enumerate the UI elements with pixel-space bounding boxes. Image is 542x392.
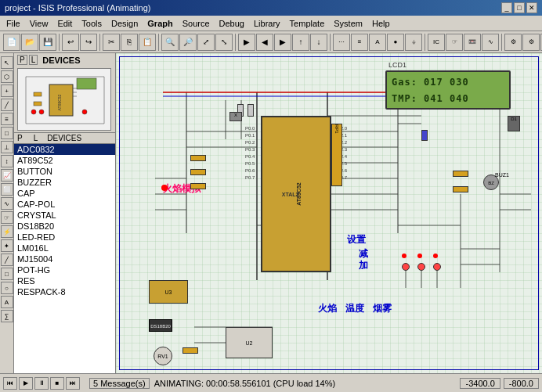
device-respack-8[interactable]: RESPACK-8 xyxy=(14,286,115,297)
device-buzzer[interactable]: BUZZER xyxy=(14,177,115,188)
btn-rewind[interactable]: ⏮ xyxy=(3,377,17,390)
tb-paste[interactable]: 📋 xyxy=(139,34,156,51)
schematic-canvas[interactable]: LCD1 Gas: 017 030 TMP: 041 040 XTAL2 AT8… xyxy=(116,53,542,373)
device-cap[interactable]: CAP xyxy=(14,188,115,199)
tool-component[interactable]: ⬡ xyxy=(1,70,13,83)
maximize-btn[interactable]: □ xyxy=(514,2,525,13)
menu-file[interactable]: File xyxy=(2,17,25,30)
tb-prop1[interactable]: ⚙ xyxy=(504,34,522,51)
tb-prop2[interactable]: ⚙ xyxy=(522,34,540,51)
tool-2d-circle[interactable]: ○ xyxy=(1,282,13,294)
res-r5 xyxy=(453,186,468,192)
tool-symbol[interactable]: ∑ xyxy=(1,310,13,322)
tb-zoom-area[interactable]: ⤡ xyxy=(215,34,233,51)
menu-system[interactable]: System xyxy=(329,17,367,30)
tb-zoom-in[interactable]: 🔍 xyxy=(161,34,179,51)
tb-step-back[interactable]: ◀ xyxy=(256,34,273,51)
btn-stop[interactable]: ■ xyxy=(50,377,64,390)
device-adc0832[interactable]: ADC0832 xyxy=(14,144,115,155)
btn-pause[interactable]: ⏸ xyxy=(34,377,49,390)
tb-save[interactable]: 💾 xyxy=(39,34,56,51)
tb-power[interactable]: ⏚ xyxy=(405,34,422,51)
btn-step[interactable]: ⏭ xyxy=(66,377,80,390)
menu-template[interactable]: Template xyxy=(285,17,330,30)
menu-view[interactable]: View xyxy=(25,17,53,30)
tb-gen[interactable]: ∿ xyxy=(482,34,499,51)
tool-marker[interactable]: ✦ xyxy=(1,239,13,252)
tb-step-fwd[interactable]: ▶ xyxy=(274,34,291,51)
tb-pan-up[interactable]: ↑ xyxy=(292,34,309,51)
device-cap-pol[interactable]: CAP-POL xyxy=(14,199,115,210)
device-pot-hg[interactable]: POT-HG xyxy=(14,264,115,275)
tool-select[interactable]: ↖ xyxy=(1,56,13,69)
tool-2d-box[interactable]: □ xyxy=(1,268,13,280)
menu-tools[interactable]: Tools xyxy=(77,17,107,30)
menu-source[interactable]: Source xyxy=(178,17,215,30)
tb-junction[interactable]: ● xyxy=(387,34,404,51)
tb-probe[interactable]: ☞ xyxy=(446,34,463,51)
device-button[interactable]: BUTTON xyxy=(14,166,115,177)
coord-x: -3400.0 xyxy=(460,378,500,389)
device-lm016l[interactable]: LM016L xyxy=(14,243,115,254)
tb-cut[interactable]: ✂ xyxy=(103,34,120,51)
tool-wire[interactable]: ╱ xyxy=(1,99,13,111)
tool-junction[interactable]: + xyxy=(1,85,13,97)
menu-debug[interactable]: Debug xyxy=(215,17,249,30)
title-text: project - ISIS Professional (Animating) xyxy=(5,3,150,13)
device-ds18b20[interactable]: DS18B20 xyxy=(14,221,115,232)
menu-library[interactable]: Library xyxy=(249,17,285,30)
list-btn[interactable]: L xyxy=(29,55,38,65)
device-mj15004[interactable]: MJ15004 xyxy=(14,254,115,264)
status-messages: 5 Message(s) ANIMATING: 00:00:58.556101 … xyxy=(89,378,457,389)
tool-2d-line[interactable]: ╱ xyxy=(1,254,13,266)
led-d2 xyxy=(417,263,425,271)
tb-zoom-out[interactable]: 🔎 xyxy=(179,34,197,51)
tb-run[interactable]: ▶ xyxy=(238,34,255,51)
menu-graph[interactable]: Graph xyxy=(143,17,177,30)
device-crystal[interactable]: CRYSTAL xyxy=(14,210,115,221)
tb-new[interactable]: 📄 xyxy=(3,34,20,51)
label-smoke: 烟雾 xyxy=(373,302,392,315)
tb-redo[interactable]: ↪ xyxy=(80,34,97,51)
tool-text[interactable]: A xyxy=(1,296,13,308)
tool-tape[interactable]: ⬜ xyxy=(1,183,13,196)
tb-wire[interactable]: ⋯ xyxy=(333,34,350,51)
close-btn[interactable]: ✕ xyxy=(526,2,537,13)
tb-zoom-fit[interactable]: ⤢ xyxy=(197,34,215,51)
menu-design[interactable]: Design xyxy=(107,17,143,30)
device-led-red[interactable]: LED-RED xyxy=(14,232,115,243)
device-at89c52[interactable]: AT89C52 xyxy=(14,155,115,166)
tool-terminal[interactable]: ⊥ xyxy=(1,141,13,153)
window-controls[interactable]: _ □ ✕ xyxy=(501,2,537,13)
device-list[interactable]: ADC0832 AT89C52 BUTTON BUZZER CAP CAP-PO… xyxy=(14,144,115,373)
menu-help[interactable]: Help xyxy=(367,17,395,30)
tool-bus[interactable]: ≡ xyxy=(1,113,13,125)
tb-pan-dn[interactable]: ↓ xyxy=(310,34,327,51)
tool-battery[interactable]: ⚡ xyxy=(1,225,13,238)
tb-bus[interactable]: ≡ xyxy=(351,34,368,51)
device-res[interactable]: RES xyxy=(14,275,115,286)
device-panel-header: P L DEVICES xyxy=(14,53,115,67)
pick-btn[interactable]: P xyxy=(17,55,27,65)
minimize-btn[interactable]: _ xyxy=(501,2,512,13)
tool-pin[interactable]: ↕ xyxy=(1,155,13,167)
tb-undo[interactable]: ↩ xyxy=(62,34,79,51)
tool-gen[interactable]: ∿ xyxy=(1,197,13,210)
tb-component[interactable]: IC xyxy=(428,34,445,51)
menu-edit[interactable]: Edit xyxy=(52,17,77,30)
tb-open[interactable]: 📂 xyxy=(21,34,38,51)
lcd-display: LCD1 Gas: 017 030 TMP: 041 040 xyxy=(385,70,511,110)
tool-subcircuit[interactable]: □ xyxy=(1,127,13,139)
tb-label[interactable]: A xyxy=(369,34,386,51)
tb-tape[interactable]: 📼 xyxy=(464,34,481,51)
res-r4 xyxy=(453,171,468,177)
junction3 xyxy=(433,254,438,258)
tb-sep7 xyxy=(501,34,502,51)
tool-probe[interactable]: ☞ xyxy=(1,211,13,224)
tool-graph[interactable]: 📈 xyxy=(1,169,13,182)
schematic-area[interactable]: LCD1 Gas: 017 030 TMP: 041 040 XTAL2 AT8… xyxy=(116,53,542,373)
tb-copy[interactable]: ⎘ xyxy=(121,34,138,51)
cap-c2 xyxy=(248,104,254,117)
svg-text:AT89C52: AT89C52 xyxy=(57,94,62,110)
btn-play[interactable]: ▶ xyxy=(19,377,33,390)
